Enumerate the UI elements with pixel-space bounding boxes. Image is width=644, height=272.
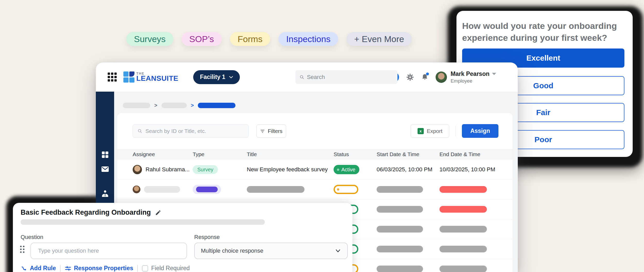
notifications-bell-icon[interactable] bbox=[421, 73, 428, 81]
table-row[interactable]: Rahul Subrama... Survey New Employee fee… bbox=[117, 160, 513, 180]
start-skeleton bbox=[377, 266, 423, 272]
drag-handle[interactable] bbox=[20, 246, 24, 253]
table-header: Assignee Type Title Status Start Date & … bbox=[117, 149, 513, 160]
builder-title: Basic Feedback Regarding Onboarding bbox=[21, 209, 151, 217]
col-title: Title bbox=[247, 151, 334, 157]
toolbar-divider bbox=[455, 126, 456, 137]
facility-label: Facility 1 bbox=[200, 74, 225, 81]
filters-button[interactable]: Filters bbox=[256, 124, 286, 138]
col-start: Start Date & Time bbox=[377, 151, 439, 157]
chevron-down-icon bbox=[335, 248, 341, 254]
type-skeleton bbox=[193, 185, 221, 194]
start-skeleton bbox=[377, 226, 423, 233]
breadcrumb-skeleton[interactable] bbox=[123, 103, 150, 108]
search-icon bbox=[138, 129, 142, 134]
export-label: Export bbox=[427, 128, 443, 134]
global-search-input[interactable] bbox=[307, 74, 393, 81]
tag-even-more: + Even More bbox=[346, 32, 412, 46]
logo-squares-icon bbox=[123, 71, 134, 83]
global-search bbox=[295, 70, 397, 84]
divider bbox=[60, 265, 61, 272]
notification-dot bbox=[426, 73, 429, 75]
tag-forms: Forms bbox=[230, 32, 270, 46]
assignee-skeleton bbox=[144, 186, 180, 193]
hero-composition: Surveys SOP’s Forms Inspections + Even M… bbox=[0, 0, 644, 272]
row-end-date: 10/03/2025, 10:00 PM bbox=[439, 166, 513, 173]
brand-name: LEANSUITE bbox=[136, 75, 178, 82]
tag-inspections: Inspections bbox=[278, 32, 338, 46]
status-skeleton bbox=[334, 185, 358, 194]
survey-question: How would you rate your onboarding exper… bbox=[462, 20, 624, 44]
field-required-label: Field Required bbox=[151, 265, 190, 272]
sidebar-item-dashboard[interactable] bbox=[102, 151, 108, 158]
breadcrumb-separator: > bbox=[154, 102, 157, 108]
response-label: Response bbox=[194, 234, 220, 241]
field-required-checkbox[interactable] bbox=[142, 265, 148, 271]
response-properties-button[interactable]: Response Properties bbox=[65, 265, 133, 272]
question-input[interactable] bbox=[30, 243, 187, 259]
filter-icon bbox=[260, 129, 265, 134]
type-badge: Survey bbox=[193, 165, 218, 174]
row-title: New Employee feedback survey bbox=[247, 166, 334, 173]
col-end: End Date & Time bbox=[439, 151, 513, 157]
breadcrumb-skeleton[interactable] bbox=[162, 103, 187, 108]
col-type: Type bbox=[193, 151, 247, 157]
user-role: Employee bbox=[451, 78, 496, 84]
sliders-icon bbox=[65, 265, 71, 272]
response-type-select[interactable]: Multiple choice response bbox=[194, 243, 348, 259]
app-header: THE LEANSUITE Facility 1 + bbox=[96, 62, 518, 92]
status-dot bbox=[337, 169, 339, 171]
dashboard-icon bbox=[102, 151, 108, 158]
end-skeleton bbox=[439, 266, 487, 272]
col-assignee: Assignee bbox=[133, 151, 193, 157]
assignee-name: Rahul Subrama... bbox=[146, 166, 190, 173]
end-skeleton bbox=[439, 226, 487, 233]
form-builder-card: Basic Feedback Regarding Onboarding Ques… bbox=[13, 203, 352, 272]
user-menu[interactable]: Mark Pearson Employee bbox=[436, 70, 496, 84]
assignee-avatar bbox=[133, 186, 140, 193]
leansuite-logo: THE LEANSUITE bbox=[123, 71, 178, 83]
table-search bbox=[133, 124, 249, 138]
table-search-input[interactable] bbox=[146, 128, 244, 134]
start-skeleton bbox=[377, 246, 423, 252]
person-learning-icon bbox=[101, 190, 109, 197]
sidebar-item-onboarding[interactable] bbox=[101, 190, 109, 198]
mail-icon bbox=[101, 166, 109, 172]
row-start-date: 06/03/2025, 10:00 PM bbox=[377, 166, 439, 173]
filters-label: Filters bbox=[268, 128, 282, 134]
assignee-avatar bbox=[133, 165, 142, 174]
excel-icon: x bbox=[418, 128, 424, 134]
response-type-value: Multiple choice response bbox=[201, 247, 263, 254]
user-avatar bbox=[436, 71, 447, 83]
breadcrumb-current-skeleton bbox=[198, 103, 235, 108]
export-button[interactable]: x Export bbox=[411, 124, 449, 138]
table-row-skeleton[interactable] bbox=[117, 180, 513, 199]
divider bbox=[137, 265, 138, 272]
apps-grid-icon[interactable] bbox=[108, 73, 117, 82]
sidebar-item-messages[interactable] bbox=[101, 166, 109, 173]
question-label: Question bbox=[21, 234, 43, 241]
start-skeleton bbox=[377, 186, 423, 193]
breadcrumb-separator: > bbox=[191, 102, 194, 108]
search-icon bbox=[300, 75, 304, 80]
breadcrumb: > > bbox=[123, 102, 235, 108]
start-skeleton bbox=[377, 206, 423, 213]
status-badge: Active bbox=[334, 165, 359, 174]
col-status: Status bbox=[334, 151, 377, 157]
table-toolbar: Filters x Export Assign bbox=[117, 113, 513, 149]
user-caret-icon bbox=[492, 73, 496, 75]
facility-selector[interactable]: Facility 1 bbox=[193, 70, 240, 84]
user-name: Mark Pearson bbox=[451, 70, 489, 77]
add-rule-icon bbox=[21, 265, 27, 272]
end-skeleton bbox=[439, 246, 487, 252]
add-rule-button[interactable]: Add Rule bbox=[21, 265, 56, 272]
end-skeleton bbox=[439, 186, 487, 193]
tag-surveys: Surveys bbox=[126, 32, 173, 46]
builder-description-skeleton bbox=[21, 219, 265, 225]
title-skeleton bbox=[247, 186, 304, 193]
assign-button[interactable]: Assign bbox=[462, 124, 498, 138]
edit-pencil-icon[interactable] bbox=[155, 210, 161, 216]
feature-tags: Surveys SOP’s Forms Inspections + Even M… bbox=[126, 32, 412, 46]
chevron-down-icon bbox=[229, 76, 233, 78]
settings-gear-icon[interactable] bbox=[406, 73, 414, 81]
